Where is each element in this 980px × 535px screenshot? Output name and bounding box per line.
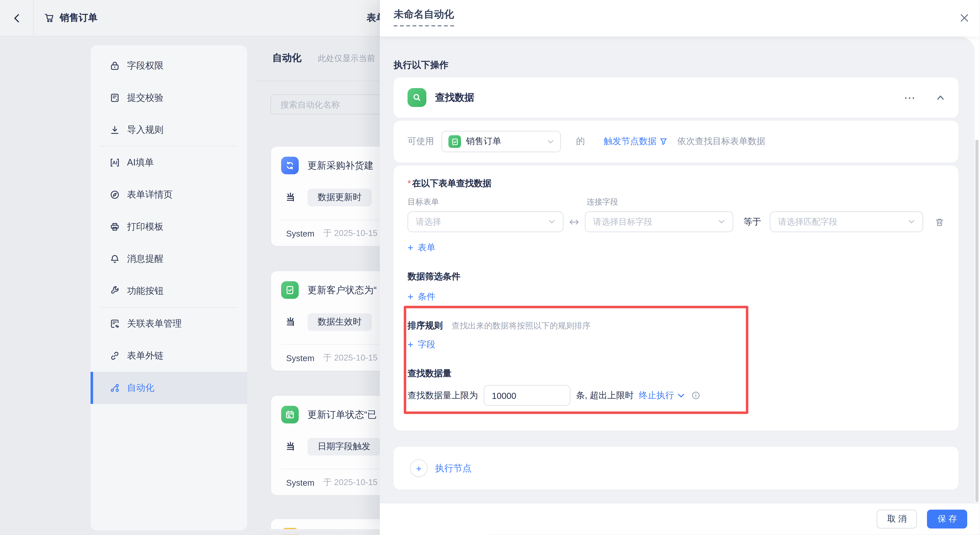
- sidebar-item-label: 表单外链: [127, 350, 164, 362]
- lookup-description: 依次查找目标表单数据: [677, 136, 765, 147]
- sidebar-item-linked-form-management[interactable]: 关联表单管理: [91, 308, 247, 340]
- target-form-select[interactable]: 请选择: [407, 212, 563, 232]
- form-title-group: 销售订单: [44, 0, 97, 36]
- add-sort-field-link[interactable]: 字段: [407, 339, 435, 350]
- sidebar-item-label: 打印模板: [127, 221, 164, 233]
- add-condition-link[interactable]: 条件: [407, 291, 435, 303]
- trash-icon[interactable]: [935, 217, 945, 227]
- find-data-config-card: 在以下表单查找数据 目标表单 连接字段 请选择 请选择目标字段: [394, 166, 959, 430]
- automation-search-input[interactable]: [270, 94, 396, 115]
- cancel-button[interactable]: 取 消: [877, 510, 917, 529]
- printer-icon: [110, 221, 120, 232]
- required-asterisk: [407, 178, 412, 188]
- document-link-icon: [110, 318, 120, 329]
- download-icon: [110, 124, 120, 135]
- limit-middle-label: 条, 超出上限时: [576, 390, 634, 401]
- panel-title: 自动化: [272, 52, 302, 65]
- automation-title: 更新客户状态为“: [307, 284, 377, 296]
- automation-icon: [110, 382, 120, 393]
- chevron-down-icon: [718, 218, 725, 225]
- when-label: 当: [286, 192, 295, 203]
- source-form-select[interactable]: 销售订单: [441, 131, 561, 152]
- wrench-icon: [110, 286, 120, 296]
- sidebar-item-label: 功能按钮: [127, 285, 164, 297]
- back-button[interactable]: [0, 0, 34, 36]
- document-check-icon: [110, 92, 120, 103]
- chevron-down-icon: [908, 218, 915, 225]
- plus-icon: [407, 242, 414, 253]
- trigger-node-data-link[interactable]: 触发节点数据: [604, 136, 667, 147]
- chevron-down-icon: [548, 218, 555, 225]
- link-icon: [110, 350, 120, 361]
- chevron-down-icon: [547, 138, 554, 145]
- calendar-icon: [281, 406, 299, 424]
- cart-icon: [44, 13, 55, 23]
- drawer-scrollbar-thumb[interactable]: [975, 140, 979, 502]
- drawer-body: 执行以下操作 查找数据 可使用 销: [380, 37, 975, 503]
- node-name: 查找数据: [435, 91, 474, 104]
- close-icon[interactable]: [960, 13, 969, 23]
- sort-rules-description: 查找出来的数据将按照以下的规则排序: [452, 320, 590, 331]
- sidebar-item-submit-validation[interactable]: 提交校验: [91, 82, 247, 114]
- sidebar-item-message-reminder[interactable]: 消息提醒: [91, 243, 247, 275]
- automation-title: 更新采购补货建: [307, 159, 374, 172]
- info-icon[interactable]: [691, 391, 700, 400]
- form-settings-sidebar: 字段权限 提交校验 导入规则 AI AI填单 表单详情页 打印模板 消息提醒: [91, 45, 247, 530]
- sidebar-item-field-permission[interactable]: 字段权限: [91, 50, 247, 82]
- section-title: 执行以下操作: [394, 59, 959, 71]
- author: System: [286, 229, 315, 238]
- sort-rules-title: 排序规则: [407, 320, 443, 331]
- author: System: [286, 353, 315, 363]
- find-data-node-header: 查找数据: [394, 77, 959, 118]
- sidebar-item-form-external-link[interactable]: 表单外链: [91, 340, 247, 372]
- search-icon: [407, 88, 426, 107]
- more-actions-icon[interactable]: [905, 92, 916, 103]
- chevron-up-icon[interactable]: [937, 94, 945, 102]
- sidebar-item-label: AI填单: [127, 157, 154, 169]
- swap-arrows-icon: [568, 216, 580, 228]
- overflow-action-dropdown[interactable]: 终止执行: [639, 390, 685, 401]
- add-exec-node-button[interactable]: 执行节点: [394, 447, 959, 489]
- match-field-select[interactable]: 请选择匹配字段: [770, 212, 924, 232]
- plus-icon: [407, 291, 414, 303]
- timestamp: 于 2025-10-15 1: [323, 352, 385, 364]
- sidebar-item-import-rules[interactable]: 导入规则: [91, 114, 247, 146]
- document-check-icon: [449, 135, 461, 148]
- plus-icon: [407, 339, 414, 350]
- bell-icon: [110, 253, 120, 264]
- limit-input[interactable]: [484, 385, 570, 406]
- sidebar-item-function-button[interactable]: 功能按钮: [91, 275, 247, 307]
- author: System: [286, 478, 315, 487]
- find-form-section-title: 在以下表单查找数据: [407, 178, 945, 189]
- automation-editor-drawer: 未命名自动化 执行以下操作 查找数据 可使用: [380, 0, 980, 535]
- data-limit-title: 查找数据量: [407, 368, 945, 379]
- sidebar-item-label: 导入规则: [127, 124, 164, 136]
- target-field-select[interactable]: 请选择目标字段: [585, 212, 733, 232]
- filter-funnel-icon: [660, 138, 667, 145]
- sidebar-item-automation[interactable]: 自动化: [91, 372, 247, 404]
- timestamp: 于 2025-10-15 1: [323, 228, 385, 239]
- node-source-row: 可使用 销售订单 的 触发节点数据 依次查找目标表单数据: [394, 121, 959, 162]
- ai-icon: AI: [110, 157, 120, 168]
- svg-text:AI: AI: [112, 160, 118, 166]
- panel-hint: 此处仅显示当前: [318, 53, 375, 64]
- sidebar-item-ai-fill[interactable]: AI AI填单: [91, 146, 247, 179]
- sidebar-item-label: 关联表单管理: [127, 318, 182, 330]
- trigger-pill: 数据生效时: [307, 313, 372, 331]
- back-arrow-icon: [11, 13, 22, 24]
- timestamp: 于 2025-10-15 1: [323, 477, 385, 488]
- document-check-icon: [281, 281, 299, 299]
- plus-circle-icon: [410, 459, 428, 477]
- lock-icon: [110, 61, 120, 71]
- sidebar-item-label: 字段权限: [127, 60, 164, 72]
- automation-name-editable[interactable]: 未命名自动化: [394, 8, 454, 26]
- search-input[interactable]: [279, 99, 387, 110]
- limit-prefix-label: 查找数据量上限为: [407, 390, 478, 401]
- sidebar-item-print-template[interactable]: 打印模板: [91, 211, 247, 243]
- save-button[interactable]: 保 存: [927, 510, 967, 529]
- add-form-link[interactable]: 表单: [407, 242, 435, 253]
- sidebar-item-label: 消息提醒: [127, 253, 164, 265]
- sidebar-item-form-detail-page[interactable]: 表单详情页: [91, 179, 247, 211]
- when-label: 当: [286, 317, 295, 328]
- use-label: 可使用: [407, 136, 434, 147]
